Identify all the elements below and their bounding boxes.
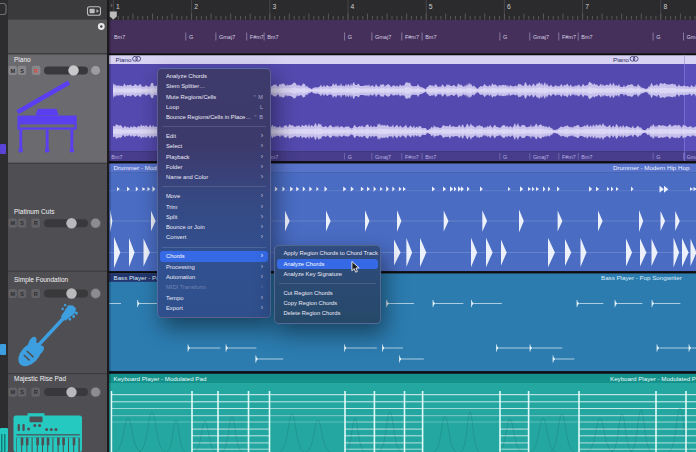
- svg-text:R: R: [34, 220, 38, 226]
- svg-text:Bm7: Bm7: [114, 34, 125, 40]
- svg-text:Bm7: Bm7: [425, 154, 436, 160]
- svg-text:3: 3: [272, 3, 276, 10]
- svg-text:M: M: [10, 389, 15, 395]
- svg-text:Simple Foundation: Simple Foundation: [14, 276, 69, 284]
- svg-text:R: R: [34, 389, 38, 395]
- svg-text:M: M: [10, 220, 15, 226]
- svg-text:G: G: [348, 154, 352, 160]
- svg-text:F#m7: F#m7: [562, 154, 576, 160]
- svg-text:7: 7: [585, 3, 589, 10]
- svg-text:F#m7: F#m7: [250, 34, 264, 40]
- svg-text:1: 1: [116, 3, 120, 10]
- svg-text:G: G: [656, 34, 660, 40]
- svg-text:G: G: [189, 34, 193, 40]
- svg-text:Piano: Piano: [613, 56, 629, 63]
- svg-text:6: 6: [507, 3, 511, 10]
- svg-text:Gmaj7: Gmaj7: [375, 154, 391, 160]
- svg-text:Piano: Piano: [14, 56, 31, 63]
- svg-text:5: 5: [429, 3, 433, 10]
- svg-text:Gmaj7: Gmaj7: [687, 154, 696, 160]
- svg-text:Bass Player - Pop Songwriter: Bass Player - Pop Songwriter: [601, 274, 682, 281]
- svg-text:Gmaj7: Gmaj7: [219, 34, 235, 40]
- svg-text:G: G: [656, 154, 660, 160]
- svg-text:8: 8: [663, 3, 667, 10]
- svg-text:F#m7: F#m7: [405, 34, 419, 40]
- svg-text:G: G: [503, 34, 507, 40]
- svg-text:F#m7: F#m7: [405, 154, 419, 160]
- svg-text:Gmaj7: Gmaj7: [687, 34, 696, 40]
- svg-text:2: 2: [194, 3, 198, 10]
- svg-text:Bm7: Bm7: [425, 34, 436, 40]
- svg-text:G: G: [503, 154, 507, 160]
- svg-text:Bm7: Bm7: [581, 154, 592, 160]
- svg-text:Bm7: Bm7: [267, 34, 278, 40]
- svg-text:Piano: Piano: [116, 56, 132, 63]
- svg-text:S: S: [20, 291, 24, 297]
- svg-text:G: G: [348, 34, 352, 40]
- svg-text:Keyboard Player - Modulated Pa: Keyboard Player - Modulated Pa: [610, 375, 696, 382]
- svg-text:R: R: [34, 291, 38, 297]
- svg-text:Gmaj7: Gmaj7: [375, 34, 391, 40]
- svg-text:Majestic Rise Pad: Majestic Rise Pad: [14, 375, 66, 383]
- svg-text:S: S: [20, 68, 24, 74]
- svg-text:Gmaj7: Gmaj7: [533, 154, 549, 160]
- svg-text:M: M: [10, 68, 15, 74]
- svg-text:F#m7: F#m7: [562, 34, 576, 40]
- svg-text:4: 4: [351, 3, 355, 10]
- svg-text:M: M: [10, 291, 15, 297]
- svg-text:Drummer - Modern Hip Hop: Drummer - Modern Hip Hop: [613, 164, 690, 171]
- svg-text:Bm7: Bm7: [111, 154, 122, 160]
- svg-text:Gmaj7: Gmaj7: [533, 34, 549, 40]
- svg-text:Keyboard Player - Modulated Pa: Keyboard Player - Modulated Pad: [114, 375, 207, 382]
- svg-text:Bm7: Bm7: [581, 34, 592, 40]
- svg-text:S: S: [20, 389, 24, 395]
- svg-text:R: R: [34, 68, 38, 74]
- svg-text:S: S: [20, 220, 24, 226]
- svg-text:Platinum Cuts: Platinum Cuts: [14, 208, 55, 215]
